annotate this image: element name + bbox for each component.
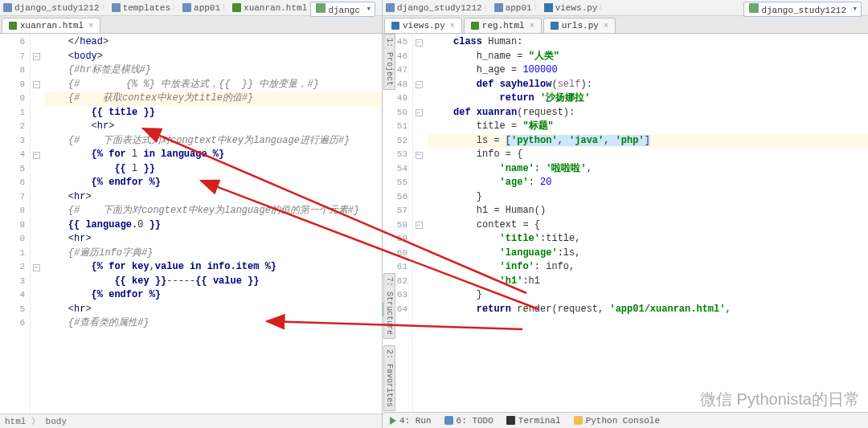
html-icon (9, 22, 17, 30)
tab-label: xuanran.html (20, 21, 84, 31)
py-icon (551, 22, 559, 30)
tab-views-py[interactable]: views.py × (384, 18, 462, 33)
breadcrumb-item[interactable]: templates (112, 2, 181, 13)
code-area-left[interactable]: </head> <body> {#hr标签是横线#} {# {% %} 中放表达… (42, 34, 382, 414)
left-breadcrumb: django_study1212 templates app01 xuanran… (0, 0, 382, 16)
line-numbers: 678901234567890123456 (0, 34, 31, 414)
breadcrumb-label: templates (123, 3, 170, 13)
bottom-toolbar: 4: Run 6: TODO Terminal Python Console (383, 412, 868, 428)
tab-reg-html[interactable]: reg.html × (464, 18, 542, 33)
tool-todo[interactable]: 6: TODO (444, 416, 493, 426)
tool-run[interactable]: 4: Run (390, 416, 432, 426)
breadcrumb-item[interactable]: django_study1212 (386, 2, 493, 13)
html-icon (471, 22, 479, 30)
sidebar-tab-favorites[interactable]: 2: Favorites (383, 345, 395, 411)
terminal-icon (506, 416, 515, 425)
breadcrumb-item[interactable]: app01 (182, 2, 231, 13)
tab-label: reg.html (482, 21, 525, 31)
right-editor-pane: django_study1212 app01 views.py django_s… (383, 0, 868, 428)
close-icon[interactable]: × (88, 22, 93, 31)
breadcrumb-label: django_study1212 (397, 3, 482, 13)
fold-gutter[interactable]: −−−−− (413, 34, 424, 414)
left-editor-pane: django_study1212 templates app01 xuanran… (0, 0, 383, 428)
tab-label: views.py (403, 21, 445, 31)
close-icon[interactable]: × (450, 22, 455, 31)
breadcrumb-item[interactable]: xuanran.html (232, 2, 317, 13)
breadcrumb-item[interactable]: django_study1212 (3, 2, 110, 13)
tab-urls-py[interactable]: urls.py × (543, 18, 616, 33)
config-dropdown[interactable]: django_study1212 (743, 2, 862, 17)
left-tabs: xuanran.html × (0, 16, 382, 34)
tool-terminal[interactable]: Terminal (506, 416, 561, 426)
python-icon (574, 416, 583, 425)
left-statusbar: html 〉 body (0, 414, 382, 428)
tab-label: urls.py (562, 21, 599, 31)
sidebar-tab-structure[interactable]: 7: Structure (383, 273, 395, 339)
code-area-right[interactable]: class Human: h_name = "人类" h_age = 10000… (424, 34, 868, 414)
left-editor[interactable]: 678901234567890123456 −−−− </head> <body… (0, 34, 382, 414)
breadcrumb-label: app01 (194, 3, 220, 13)
breadcrumb-label: views.py (555, 3, 598, 13)
breadcrumb-label: django_study1212 (14, 3, 100, 13)
breadcrumb-item[interactable]: app01 (494, 2, 542, 13)
fold-gutter[interactable]: −−−− (31, 34, 42, 414)
sidebar-tab-project[interactable]: 1: Project (383, 34, 395, 90)
right-editor[interactable]: 4546474849505152535455565758596061626364… (383, 34, 868, 414)
breadcrumb-label: app01 (506, 3, 532, 13)
breadcrumb-item[interactable]: views.py (544, 2, 608, 13)
close-icon[interactable]: × (530, 22, 534, 31)
tab-xuanran-html[interactable]: xuanran.html × (2, 18, 100, 33)
close-icon[interactable]: × (604, 22, 608, 31)
tool-pyconsole[interactable]: Python Console (574, 416, 660, 426)
config-dropdown[interactable]: djangc (310, 2, 375, 17)
right-tabs: views.py × reg.html × urls.py × (383, 16, 868, 34)
breadcrumb-label: xuanran.html (244, 3, 307, 13)
run-icon (390, 417, 396, 425)
watermark-text: 微信 Pythonista的日常 (700, 389, 860, 410)
right-breadcrumb: django_study1212 app01 views.py django_s… (383, 0, 868, 16)
todo-icon (444, 416, 453, 425)
py-icon (391, 22, 399, 30)
